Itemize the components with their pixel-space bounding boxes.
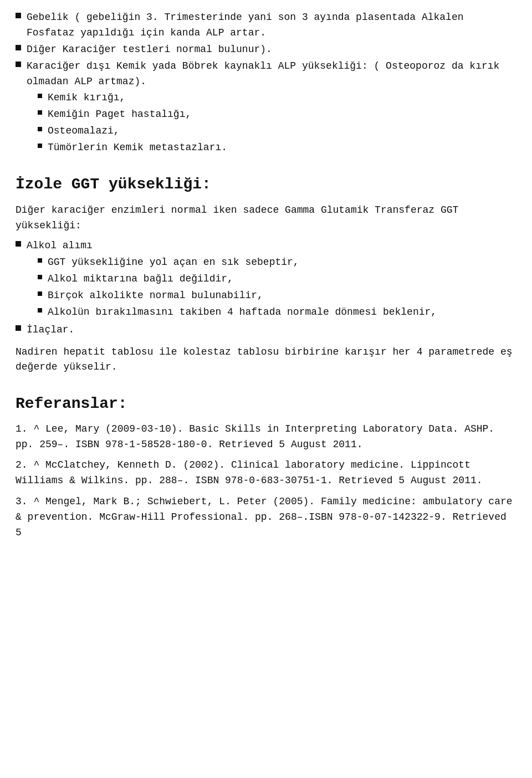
alkol-section: Alkol alımı GGT yüksekliğine yol açan en… bbox=[16, 238, 516, 337]
bullet-icon-3 bbox=[16, 62, 21, 67]
bullet-3: Karaciğer dışı Kemik yada Böbrek kaynakl… bbox=[16, 59, 516, 90]
reference-1: 1. ^ Lee, Mary (2009-03-10). Basic Skill… bbox=[16, 422, 516, 453]
alkol-icon-3 bbox=[38, 291, 42, 296]
alkol-icon-2 bbox=[38, 275, 42, 279]
bullet-text-6: Osteomalazi, bbox=[48, 124, 120, 139]
alkol-label-item: Alkol alımı bbox=[16, 238, 516, 254]
alkol-bullet-4: Alkolün bırakılmasını takiben 4 haftada … bbox=[38, 305, 516, 320]
references-heading: Referanslar: bbox=[16, 392, 516, 416]
ref-text-3: ^ Mengel, Mark B.; Schwiebert, L. Peter … bbox=[16, 496, 513, 538]
intro-bullets: Gebelik ( gebeliğin 3. Trimesterinde yan… bbox=[16, 10, 516, 156]
bullet-7: Tümörlerin Kemik metastazları. bbox=[38, 140, 516, 156]
alkol-bullet-3: Birçok alkolikte normal bulunabilir, bbox=[38, 288, 516, 304]
alkol-icon-1 bbox=[38, 258, 42, 263]
bullet-text-3: Karaciğer dışı Kemik yada Böbrek kaynakl… bbox=[27, 59, 516, 90]
section1-intro: Diğer karaciğer enzimleri normal iken sa… bbox=[16, 203, 516, 234]
nadiren-text: Nadiren hepatit tablosu ile kolestaz tab… bbox=[16, 345, 516, 376]
bullet-icon-6 bbox=[38, 127, 42, 131]
bullet-icon-7 bbox=[38, 144, 42, 148]
bullet-1: Gebelik ( gebeliğin 3. Trimesterinde yan… bbox=[16, 10, 516, 41]
alkol-bullet-1: GGT yüksekliğine yol açan en sık sebepti… bbox=[38, 255, 516, 270]
alkol-icon-4 bbox=[38, 308, 42, 313]
ilaclar-item: İlaçlar. bbox=[16, 323, 516, 338]
bullet-text-7: Tümörlerin Kemik metastazları. bbox=[48, 140, 227, 156]
bullet-text-4: Kemik kırığı, bbox=[48, 90, 125, 106]
bullet-icon-5 bbox=[38, 110, 42, 115]
ref-text-2: ^ McClatchey, Kenneth D. (2002). Clinica… bbox=[16, 459, 483, 486]
alkol-text-4: Alkolün bırakılmasını takiben 4 haftada … bbox=[48, 305, 437, 320]
bullet-text-5: Kemiğin Paget hastalığı, bbox=[48, 107, 191, 122]
alkol-bullet-icon bbox=[16, 241, 21, 247]
ref-number-1: 1. bbox=[16, 423, 28, 434]
reference-3: 3. ^ Mengel, Mark B.; Schwiebert, L. Pet… bbox=[16, 494, 516, 541]
ref-text-1: ^ Lee, Mary (2009-03-10). Basic Skills i… bbox=[16, 423, 494, 450]
alkol-bullet-2: Alkol miktarına bağlı değildir, bbox=[38, 272, 516, 287]
section1-heading: İzole GGT yüksekliği: bbox=[16, 172, 516, 196]
ref-number-3: 3. bbox=[16, 496, 28, 507]
bullet-icon-2 bbox=[16, 45, 21, 50]
bullet-icon-4 bbox=[38, 94, 42, 98]
bullet-text-1: Gebelik ( gebeliğin 3. Trimesterinde yan… bbox=[27, 10, 516, 41]
alkol-text-3: Birçok alkolikte normal bulunabilir, bbox=[48, 288, 263, 304]
bullet-4: Kemik kırığı, bbox=[38, 90, 516, 106]
alkol-text-2: Alkol miktarına bağlı değildir, bbox=[48, 272, 233, 287]
alkol-label: Alkol alımı bbox=[27, 238, 93, 254]
bullet-icon-1 bbox=[16, 13, 21, 18]
reference-2: 2. ^ McClatchey, Kenneth D. (2002). Clin… bbox=[16, 458, 516, 489]
bullet-5: Kemiğin Paget hastalığı, bbox=[38, 107, 516, 122]
ref-number-2: 2. bbox=[16, 459, 28, 470]
alkol-sub-bullets: GGT yüksekliğine yol açan en sık sebepti… bbox=[38, 255, 516, 320]
bullet-6: Osteomalazi, bbox=[38, 124, 516, 139]
ilaclar-bullet-icon bbox=[16, 325, 21, 331]
alkol-text-1: GGT yüksekliğine yol açan en sık sebepti… bbox=[48, 255, 299, 270]
main-content: Gebelik ( gebeliğin 3. Trimesterinde yan… bbox=[16, 10, 516, 541]
bullet-2: Diğer Karaciğer testleri normal bulunur)… bbox=[16, 42, 516, 58]
bullet-text-2: Diğer Karaciğer testleri normal bulunur)… bbox=[27, 42, 272, 58]
ilaclar-label: İlaçlar. bbox=[27, 323, 74, 338]
